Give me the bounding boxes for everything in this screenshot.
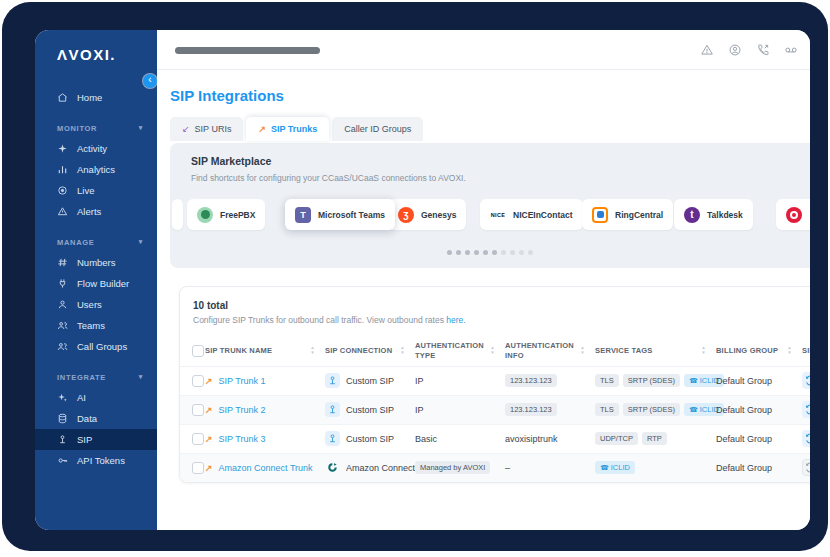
search-input[interactable]: [175, 47, 320, 54]
phone-icon: ☎: [689, 377, 698, 384]
refresh-status-icon[interactable]: [802, 459, 810, 476]
refresh-status-icon[interactable]: [802, 430, 810, 447]
trunk-name-link[interactable]: SIP Trunk 1: [219, 376, 266, 386]
marketplace-card-label: Genesys: [421, 210, 456, 220]
sort-icon[interactable]: ▲▼: [310, 346, 315, 356]
sidebar-section-integrate[interactable]: INTEGRATE ▾: [35, 367, 157, 387]
carousel-dot[interactable]: [456, 250, 461, 255]
service-tag: SRTP (SDES): [623, 403, 680, 416]
sidebar-item-analytics[interactable]: Analytics: [35, 159, 157, 180]
arrow-up-right-icon: ↗: [205, 434, 213, 444]
arrow-up-right-icon: ↗: [258, 124, 266, 134]
row-checkbox[interactable]: [192, 462, 204, 474]
sip-trunks-table: SIP TRUNK NAME▲▼ SIP CONNECTION▲▼ AUTHEN…: [180, 336, 810, 482]
sidebar-item-label: Live: [77, 185, 94, 196]
sidebar-item-label: Call Groups: [77, 341, 127, 352]
service-tag: TLS: [595, 403, 619, 416]
call-groups-icon: [57, 341, 68, 352]
voicemail-icon[interactable]: [784, 43, 798, 57]
table-row: ↗SIP Trunk 3 Custom SIP Basic avoxisiptr…: [180, 424, 810, 453]
sort-icon[interactable]: ▲▼: [787, 346, 792, 356]
phone-outgoing-icon[interactable]: [756, 43, 770, 57]
sidebar-item-sip[interactable]: SIP: [35, 429, 157, 450]
sidebar-item-ai[interactable]: AI: [35, 387, 157, 408]
refresh-status-icon[interactable]: [802, 372, 810, 389]
description-text: Configure SIP Trunks for outbound call t…: [193, 315, 446, 325]
marketplace-card-partial-right[interactable]: [776, 199, 810, 230]
carousel-dot[interactable]: [501, 250, 506, 255]
refresh-status-icon[interactable]: [802, 401, 810, 418]
marketplace-card-niceincontact[interactable]: NICE NICEInContact: [480, 199, 583, 230]
sidebar-item-numbers[interactable]: Numbers: [35, 252, 157, 273]
sidebar-section-manage[interactable]: MANAGE ▾: [35, 232, 157, 252]
sort-icon[interactable]: ▲▼: [701, 346, 706, 356]
marketplace-card-microsoft-teams[interactable]: T Microsoft Teams: [285, 199, 395, 230]
carousel-dot[interactable]: [465, 250, 470, 255]
auth-info-pill: 123.123.123: [505, 403, 557, 416]
sidebar-item-data[interactable]: Data: [35, 408, 157, 429]
page-title: SIP Integrations: [170, 87, 810, 104]
trunk-name-link[interactable]: SIP Trunk 2: [219, 405, 266, 415]
alert-triangle-icon[interactable]: [700, 43, 714, 57]
connection-label: Custom SIP: [346, 434, 394, 444]
genesys-logo-icon: ʒ: [398, 207, 414, 223]
sidebar-item-label: SIP: [77, 434, 92, 445]
tab-sip-uris[interactable]: ↙ SIP URIs: [170, 117, 243, 141]
row-checkbox[interactable]: [192, 404, 204, 416]
sidebar-item-api-tokens[interactable]: API Tokens: [35, 450, 157, 471]
carousel-dot[interactable]: [474, 250, 479, 255]
select-all-checkbox[interactable]: [192, 345, 204, 357]
sidebar-item-users[interactable]: Users: [35, 294, 157, 315]
carousel-dot[interactable]: [519, 250, 524, 255]
carousel-dot[interactable]: [447, 250, 452, 255]
sort-icon[interactable]: ▲▼: [580, 346, 585, 356]
sidebar-item-home[interactable]: Home: [35, 87, 157, 108]
marketplace-card-freepbx[interactable]: FreePBX: [187, 199, 265, 230]
carousel-dot[interactable]: [510, 250, 515, 255]
teams-icon: [57, 320, 68, 331]
sip-icon: [57, 434, 68, 445]
row-checkbox[interactable]: [192, 433, 204, 445]
marketplace-card-genesys[interactable]: ʒ Genesys: [388, 199, 466, 230]
sidebar-collapse-button[interactable]: ‹: [143, 74, 157, 88]
tab-label: SIP Trunks: [271, 124, 317, 134]
column-header: SIP TR: [802, 346, 810, 355]
auth-type: Basic: [415, 434, 437, 444]
sidebar-item-activity[interactable]: Activity: [35, 138, 157, 159]
sidebar-item-flow-builder[interactable]: Flow Builder: [35, 273, 157, 294]
sidebar-item-alerts[interactable]: Alerts: [35, 201, 157, 222]
marketplace-subtitle: Find shortcuts for configuring your CCaa…: [191, 173, 466, 183]
carousel-dot[interactable]: [528, 250, 533, 255]
sidebar-section-monitor[interactable]: MONITOR ▾: [35, 118, 157, 138]
chevron-down-icon: ▾: [139, 373, 143, 381]
tab-caller-id-groups[interactable]: Caller ID Groups: [332, 117, 423, 141]
marketplace-card-ringcentral[interactable]: RingCentral: [582, 199, 673, 230]
phone-icon: ☎: [600, 464, 609, 471]
marketplace-card-talkdesk[interactable]: t Talkdesk: [674, 199, 753, 230]
marketplace-card-label: Microsoft Teams: [318, 210, 385, 220]
outbound-rates-link[interactable]: here.: [446, 315, 465, 325]
table-header-row: SIP TRUNK NAME▲▼ SIP CONNECTION▲▼ AUTHEN…: [180, 336, 810, 366]
auth-type: IP: [415, 376, 424, 386]
sidebar-item-teams[interactable]: Teams: [35, 315, 157, 336]
sidebar: ΛVOXI. Home MONITOR ▾ Activity Analytics…: [35, 30, 157, 530]
trunk-name-link[interactable]: SIP Trunk 3: [219, 434, 266, 444]
trunk-name-link[interactable]: Amazon Connect Trunk: [219, 463, 313, 473]
billing-group: Default Group: [716, 376, 772, 386]
carousel-dot[interactable]: [492, 250, 497, 255]
tab-sip-trunks[interactable]: ↗ SIP Trunks: [246, 117, 329, 141]
flow-builder-icon: [57, 278, 68, 289]
sort-icon[interactable]: ▲▼: [400, 346, 405, 356]
service-tag: RTP: [642, 432, 667, 445]
content: SIP Integrations ↙ SIP URIs ↗ SIP Trunks…: [157, 87, 810, 483]
sort-icon[interactable]: ▲▼: [490, 346, 495, 356]
connection-label: Custom SIP: [346, 405, 394, 415]
user-icon[interactable]: [728, 43, 742, 57]
billing-group: Default Group: [716, 434, 772, 444]
marketplace-card-partial-left[interactable]: [172, 199, 183, 230]
row-checkbox[interactable]: [192, 375, 204, 387]
sidebar-item-call-groups[interactable]: Call Groups: [35, 336, 157, 357]
sidebar-item-live[interactable]: Live: [35, 180, 157, 201]
carousel-dot[interactable]: [483, 250, 488, 255]
auth-info: –: [505, 463, 510, 473]
